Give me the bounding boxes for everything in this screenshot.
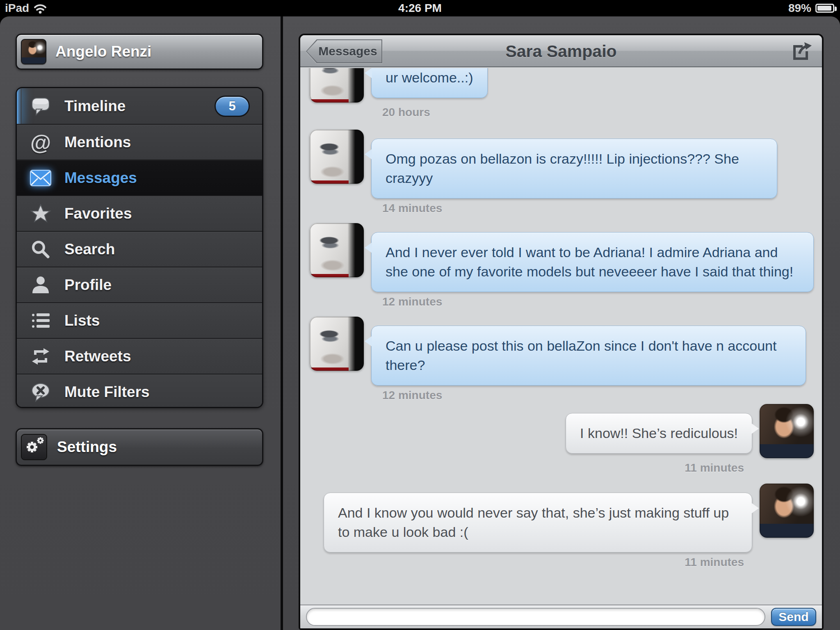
- message-timestamp: 12 minutes: [300, 389, 822, 402]
- message-bubble[interactable]: I know!! She’s rediculous!: [566, 413, 752, 454]
- share-icon: [790, 41, 812, 61]
- messages-envelope-icon: [29, 167, 52, 189]
- message-list[interactable]: ur welcome..:) 20 hours Omg pozas on bel…: [300, 68, 822, 628]
- message-timestamp: 11 minutes: [300, 556, 822, 569]
- app-window: Angelo Renzi Timeline 5 @: [0, 16, 840, 630]
- retweets-icon: [29, 345, 52, 368]
- unread-badge: 5: [215, 96, 250, 117]
- sidebar-item-messages[interactable]: Messages: [17, 160, 262, 195]
- message-composer: Send: [300, 605, 822, 628]
- sidebar-item-label: Favorites: [64, 205, 132, 222]
- message-bubble[interactable]: ur welcome..:): [371, 68, 488, 98]
- incoming-message[interactable]: Can u please post this on bellaZon since…: [300, 317, 822, 386]
- share-button[interactable]: [790, 41, 812, 62]
- message-bubble[interactable]: Omg pozas on bellazon is crazy!!!!! Lip …: [371, 139, 777, 199]
- sara-avatar[interactable]: [310, 130, 364, 184]
- send-button[interactable]: Send: [771, 608, 816, 626]
- dm-conversation-panel: ur welcome..:) 20 hours Omg pozas on bel…: [299, 34, 824, 630]
- sidebar-item-label: Messages: [64, 169, 137, 187]
- clock: 4:26 PM: [0, 2, 840, 15]
- sara-avatar[interactable]: [310, 68, 364, 103]
- outgoing-message[interactable]: I know!! She’s rediculous!: [300, 404, 822, 458]
- sidebar-item-label: Profile: [64, 276, 112, 294]
- settings-gears-icon: [21, 434, 47, 460]
- sidebar-item-label: Timeline: [64, 98, 126, 115]
- timeline-bubble-icon: [29, 95, 52, 118]
- incoming-message[interactable]: ur welcome..:): [300, 68, 822, 103]
- account-header[interactable]: Angelo Renzi: [16, 34, 263, 70]
- profile-person-icon: [29, 274, 52, 297]
- panel-divider: [281, 16, 283, 630]
- sidebar-item-retweets[interactable]: Retweets: [17, 338, 262, 374]
- mute-filters-icon: [29, 381, 52, 404]
- incoming-message[interactable]: And I never ever told I want to be Adria…: [300, 223, 822, 292]
- battery-icon: [815, 4, 834, 13]
- sidebar-menu: Timeline 5 @ Mentions: [16, 87, 263, 408]
- settings-button[interactable]: Settings: [16, 428, 263, 466]
- sidebar-item-mentions[interactable]: @ Mentions: [17, 124, 262, 160]
- conversation-nav-bar: Messages Sara Sampaio: [300, 35, 822, 67]
- mentions-at-icon: @: [29, 131, 52, 154]
- sidebar-item-label: Retweets: [64, 348, 131, 365]
- angelo-avatar[interactable]: [760, 404, 814, 458]
- search-icon: [29, 238, 52, 261]
- sidebar-item-mute-filters[interactable]: Mute Filters: [17, 374, 262, 408]
- lists-icon: [29, 309, 52, 332]
- battery-percent: 89%: [788, 2, 811, 15]
- account-name: Angelo Renzi: [55, 43, 151, 60]
- tweetbot-ipad-screen: iPad 4:26 PM 89% Angelo Renzi: [0, 0, 840, 630]
- sidebar-item-lists[interactable]: Lists: [17, 302, 262, 338]
- sidebar-item-search[interactable]: Search: [17, 231, 262, 267]
- sara-avatar[interactable]: [310, 317, 364, 371]
- incoming-message[interactable]: Omg pozas on bellazon is crazy!!!!! Lip …: [300, 130, 822, 199]
- outgoing-message[interactable]: And I know you would never say that, she…: [300, 484, 822, 552]
- sidebar-item-label: Lists: [64, 312, 100, 329]
- message-timestamp: 20 hours: [300, 106, 822, 119]
- settings-label: Settings: [57, 438, 117, 456]
- sidebar-item-label: Search: [64, 241, 115, 258]
- message-timestamp: 12 minutes: [300, 295, 822, 308]
- sidebar-item-label: Mute Filters: [64, 383, 150, 401]
- message-bubble[interactable]: And I know you would never say that, she…: [324, 493, 752, 552]
- message-timestamp: 14 minutes: [300, 202, 822, 215]
- sidebar-item-favorites[interactable]: Favorites: [17, 195, 262, 231]
- favorites-star-icon: [29, 202, 52, 225]
- status-bar: iPad 4:26 PM 89%: [0, 0, 840, 16]
- angelo-avatar[interactable]: [760, 484, 814, 538]
- message-input[interactable]: [306, 608, 765, 626]
- sidebar-item-profile[interactable]: Profile: [17, 267, 262, 302]
- message-timestamp: 11 minutes: [300, 461, 822, 475]
- message-bubble[interactable]: And I never ever told I want to be Adria…: [371, 232, 814, 292]
- sara-avatar[interactable]: [310, 223, 364, 277]
- sidebar-item-label: Mentions: [64, 134, 131, 151]
- message-bubble[interactable]: Can u please post this on bellaZon since…: [371, 326, 806, 386]
- account-avatar: [21, 39, 46, 64]
- sidebar-item-timeline[interactable]: Timeline 5: [17, 88, 262, 124]
- conversation-title: Sara Sampaio: [300, 42, 822, 61]
